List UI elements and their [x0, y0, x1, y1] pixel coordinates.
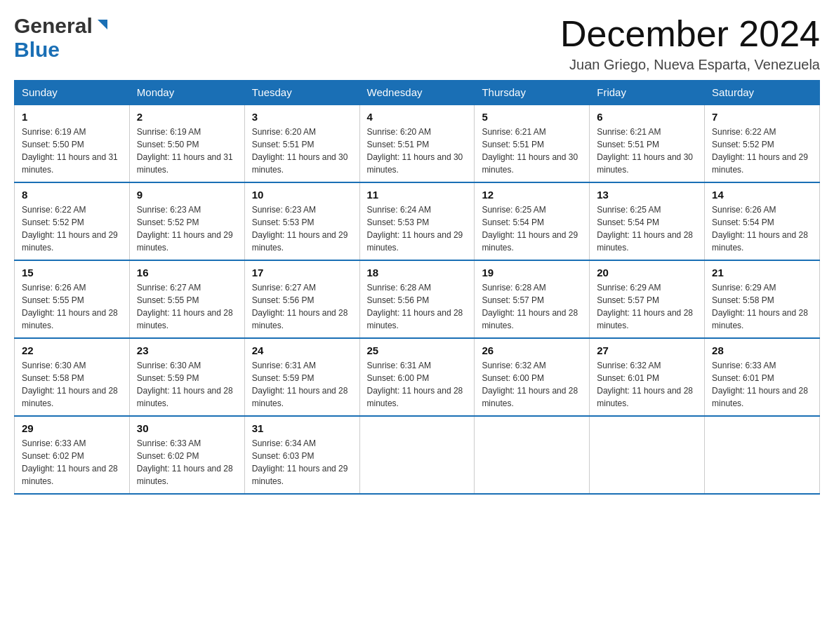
month-title: December 2024: [560, 14, 820, 54]
day-number: 14: [712, 189, 812, 201]
day-number: 27: [597, 344, 697, 356]
calendar-cell: 31 Sunrise: 6:34 AMSunset: 6:03 PMDaylig…: [244, 416, 359, 494]
day-info: Sunrise: 6:33 AMSunset: 6:02 PMDaylight:…: [137, 438, 233, 486]
day-info: Sunrise: 6:30 AMSunset: 5:59 PMDaylight:…: [137, 361, 233, 408]
calendar-cell: 30 Sunrise: 6:33 AMSunset: 6:02 PMDaylig…: [129, 416, 244, 494]
day-info: Sunrise: 6:31 AMSunset: 5:59 PMDaylight:…: [252, 361, 348, 408]
calendar-cell: 8 Sunrise: 6:22 AMSunset: 5:52 PMDayligh…: [15, 182, 130, 260]
calendar-cell: 2 Sunrise: 6:19 AMSunset: 5:50 PMDayligh…: [129, 105, 244, 182]
day-number: 3: [252, 111, 352, 123]
calendar-cell: [475, 416, 590, 494]
location-text: Juan Griego, Nueva Esparta, Venezuela: [560, 57, 820, 73]
day-info: Sunrise: 6:28 AMSunset: 5:56 PMDaylight:…: [367, 283, 463, 330]
calendar-cell: 21 Sunrise: 6:29 AMSunset: 5:58 PMDaylig…: [705, 260, 820, 338]
day-number: 12: [482, 189, 582, 201]
calendar-week-3: 15 Sunrise: 6:26 AMSunset: 5:55 PMDaylig…: [15, 260, 820, 338]
day-number: 8: [22, 189, 122, 201]
day-number: 30: [137, 422, 237, 434]
calendar-cell: 18 Sunrise: 6:28 AMSunset: 5:56 PMDaylig…: [359, 260, 475, 338]
column-header-thursday: Thursday: [475, 81, 590, 105]
calendar-cell: 26 Sunrise: 6:32 AMSunset: 6:00 PMDaylig…: [475, 338, 590, 416]
calendar-cell: 29 Sunrise: 6:33 AMSunset: 6:02 PMDaylig…: [15, 416, 130, 494]
day-number: 17: [252, 267, 352, 279]
day-info: Sunrise: 6:34 AMSunset: 6:03 PMDaylight:…: [252, 438, 348, 486]
day-number: 22: [22, 344, 122, 356]
calendar-cell: 28 Sunrise: 6:33 AMSunset: 6:01 PMDaylig…: [705, 338, 820, 416]
day-number: 25: [367, 344, 468, 356]
calendar-cell: 15 Sunrise: 6:26 AMSunset: 5:55 PMDaylig…: [15, 260, 130, 338]
calendar-cell: 6 Sunrise: 6:21 AMSunset: 5:51 PMDayligh…: [590, 105, 705, 182]
day-number: 13: [597, 189, 697, 201]
day-number: 21: [712, 267, 812, 279]
column-header-saturday: Saturday: [705, 81, 820, 105]
day-info: Sunrise: 6:20 AMSunset: 5:51 PMDaylight:…: [367, 127, 463, 175]
day-info: Sunrise: 6:22 AMSunset: 5:52 PMDaylight:…: [22, 205, 118, 253]
calendar-header-row: SundayMondayTuesdayWednesdayThursdayFrid…: [15, 81, 820, 105]
day-info: Sunrise: 6:29 AMSunset: 5:58 PMDaylight:…: [712, 283, 808, 330]
calendar-cell: 22 Sunrise: 6:30 AMSunset: 5:58 PMDaylig…: [15, 338, 130, 416]
day-info: Sunrise: 6:33 AMSunset: 6:01 PMDaylight:…: [712, 361, 808, 408]
day-info: Sunrise: 6:20 AMSunset: 5:51 PMDaylight:…: [252, 127, 348, 175]
day-number: 1: [22, 111, 122, 123]
day-number: 29: [22, 422, 122, 434]
day-info: Sunrise: 6:25 AMSunset: 5:54 PMDaylight:…: [597, 205, 693, 253]
day-info: Sunrise: 6:30 AMSunset: 5:58 PMDaylight:…: [22, 361, 118, 408]
day-info: Sunrise: 6:19 AMSunset: 5:50 PMDaylight:…: [22, 127, 118, 175]
column-header-sunday: Sunday: [15, 81, 130, 105]
day-number: 19: [482, 267, 582, 279]
svg-marker-0: [98, 20, 107, 29]
calendar-week-2: 8 Sunrise: 6:22 AMSunset: 5:52 PMDayligh…: [15, 182, 820, 260]
calendar-cell: 27 Sunrise: 6:32 AMSunset: 6:01 PMDaylig…: [590, 338, 705, 416]
calendar-cell: 17 Sunrise: 6:27 AMSunset: 5:56 PMDaylig…: [244, 260, 359, 338]
calendar-cell: 11 Sunrise: 6:24 AMSunset: 5:53 PMDaylig…: [359, 182, 475, 260]
calendar-cell: 12 Sunrise: 6:25 AMSunset: 5:54 PMDaylig…: [475, 182, 590, 260]
day-number: 10: [252, 189, 352, 201]
calendar-week-5: 29 Sunrise: 6:33 AMSunset: 6:02 PMDaylig…: [15, 416, 820, 494]
day-number: 16: [137, 267, 237, 279]
calendar-table: SundayMondayTuesdayWednesdayThursdayFrid…: [14, 80, 820, 495]
day-number: 28: [712, 344, 812, 356]
day-number: 9: [137, 189, 237, 201]
calendar-cell: 19 Sunrise: 6:28 AMSunset: 5:57 PMDaylig…: [475, 260, 590, 338]
day-info: Sunrise: 6:33 AMSunset: 6:02 PMDaylight:…: [22, 438, 118, 486]
day-info: Sunrise: 6:32 AMSunset: 6:01 PMDaylight:…: [597, 361, 693, 408]
day-info: Sunrise: 6:19 AMSunset: 5:50 PMDaylight:…: [137, 127, 233, 175]
day-info: Sunrise: 6:26 AMSunset: 5:55 PMDaylight:…: [22, 283, 118, 330]
logo-general-text: General: [14, 14, 93, 38]
day-info: Sunrise: 6:21 AMSunset: 5:51 PMDaylight:…: [597, 127, 693, 175]
day-number: 11: [367, 189, 468, 201]
page-header: General Blue December 2024 Juan Griego, …: [14, 14, 820, 73]
day-number: 24: [252, 344, 352, 356]
day-number: 2: [137, 111, 237, 123]
day-info: Sunrise: 6:31 AMSunset: 6:00 PMDaylight:…: [367, 361, 463, 408]
day-info: Sunrise: 6:28 AMSunset: 5:57 PMDaylight:…: [482, 283, 578, 330]
day-number: 7: [712, 111, 812, 123]
day-info: Sunrise: 6:24 AMSunset: 5:53 PMDaylight:…: [367, 205, 463, 253]
day-info: Sunrise: 6:22 AMSunset: 5:52 PMDaylight:…: [712, 127, 808, 175]
calendar-cell: 25 Sunrise: 6:31 AMSunset: 6:00 PMDaylig…: [359, 338, 475, 416]
day-info: Sunrise: 6:27 AMSunset: 5:55 PMDaylight:…: [137, 283, 233, 330]
calendar-cell: 1 Sunrise: 6:19 AMSunset: 5:50 PMDayligh…: [15, 105, 130, 182]
day-number: 26: [482, 344, 582, 356]
calendar-cell: 23 Sunrise: 6:30 AMSunset: 5:59 PMDaylig…: [129, 338, 244, 416]
calendar-cell: [359, 416, 475, 494]
day-number: 4: [367, 111, 468, 123]
calendar-cell: 13 Sunrise: 6:25 AMSunset: 5:54 PMDaylig…: [590, 182, 705, 260]
calendar-cell: 14 Sunrise: 6:26 AMSunset: 5:54 PMDaylig…: [705, 182, 820, 260]
day-info: Sunrise: 6:32 AMSunset: 6:00 PMDaylight:…: [482, 361, 578, 408]
calendar-cell: 16 Sunrise: 6:27 AMSunset: 5:55 PMDaylig…: [129, 260, 244, 338]
day-number: 15: [22, 267, 122, 279]
title-section: December 2024 Juan Griego, Nueva Esparta…: [560, 14, 820, 73]
calendar-cell: 3 Sunrise: 6:20 AMSunset: 5:51 PMDayligh…: [244, 105, 359, 182]
calendar-cell: 10 Sunrise: 6:23 AMSunset: 5:53 PMDaylig…: [244, 182, 359, 260]
column-header-tuesday: Tuesday: [244, 81, 359, 105]
calendar-week-4: 22 Sunrise: 6:30 AMSunset: 5:58 PMDaylig…: [15, 338, 820, 416]
day-info: Sunrise: 6:23 AMSunset: 5:52 PMDaylight:…: [137, 205, 233, 253]
day-number: 31: [252, 422, 352, 434]
calendar-cell: 9 Sunrise: 6:23 AMSunset: 5:52 PMDayligh…: [129, 182, 244, 260]
calendar-cell: 4 Sunrise: 6:20 AMSunset: 5:51 PMDayligh…: [359, 105, 475, 182]
day-info: Sunrise: 6:27 AMSunset: 5:56 PMDaylight:…: [252, 283, 348, 330]
logo: General Blue: [14, 14, 110, 62]
day-info: Sunrise: 6:26 AMSunset: 5:54 PMDaylight:…: [712, 205, 808, 253]
day-info: Sunrise: 6:21 AMSunset: 5:51 PMDaylight:…: [482, 127, 578, 175]
